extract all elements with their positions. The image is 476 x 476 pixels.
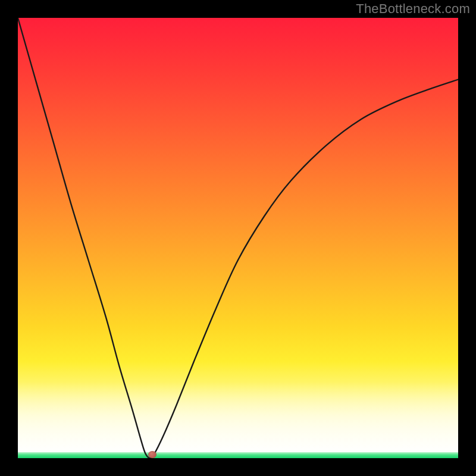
optimal-point-marker — [148, 451, 156, 458]
plot-area — [18, 18, 458, 458]
chart-frame: TheBottleneck.com — [0, 0, 476, 476]
watermark-text: TheBottleneck.com — [356, 1, 470, 17]
bottleneck-curve-path — [18, 18, 458, 458]
bottleneck-curve-svg — [18, 18, 458, 458]
